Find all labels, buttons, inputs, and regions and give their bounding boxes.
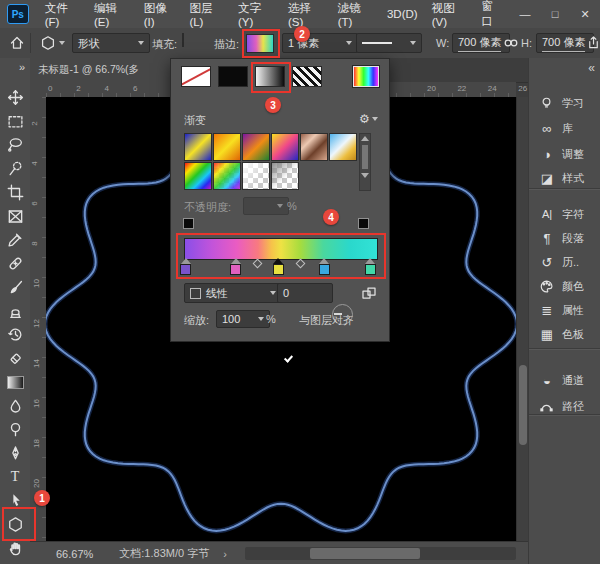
gradient-stop-selected[interactable] — [273, 258, 284, 275]
menu-view[interactable]: 视图(V) — [425, 1, 475, 28]
gradient-stop[interactable] — [230, 258, 241, 275]
panel-color[interactable]: 颜色 — [539, 276, 599, 296]
panel-styles[interactable]: ◪ 样式 — [539, 168, 599, 188]
minimize-button[interactable]: — — [510, 8, 540, 20]
fill-swatch[interactable] — [182, 33, 184, 47]
blur-tool[interactable] — [0, 394, 30, 418]
scroll-down-arrow[interactable] — [361, 173, 369, 178]
gradient-midpoint-diamond[interactable] — [295, 259, 305, 269]
gradient-preset[interactable] — [242, 162, 270, 190]
gradient-button[interactable] — [255, 66, 285, 87]
opacity-input[interactable] — [243, 197, 289, 215]
flip-orientation-icon[interactable] — [361, 285, 377, 301]
preset-scrollbar[interactable] — [359, 133, 371, 191]
close-button[interactable]: ✕ — [570, 8, 600, 21]
panel-swatches[interactable]: ▦ 色板 — [539, 324, 599, 344]
gradient-stop[interactable] — [319, 258, 330, 275]
panel-adjustments[interactable]: ◑ 调整 — [539, 144, 599, 164]
zoom-level[interactable]: 66.67% — [56, 548, 93, 560]
gradient-preset[interactable] — [213, 133, 241, 161]
polygon-shape-tool[interactable] — [0, 512, 30, 536]
expand-panel-chevron[interactable]: » — [0, 58, 30, 76]
gradient-preset[interactable] — [184, 133, 212, 161]
eyedropper-tool[interactable] — [0, 227, 30, 251]
dodge-tool[interactable] — [0, 417, 30, 441]
crop-tool[interactable] — [0, 180, 30, 204]
pen-tool[interactable] — [0, 441, 30, 465]
menu-type[interactable]: 文字(Y) — [231, 1, 281, 28]
menu-window[interactable]: 窗口 — [474, 0, 510, 29]
gradient-style-select[interactable]: 线性 — [184, 283, 282, 303]
gradient-midpoint-diamond[interactable] — [253, 259, 263, 269]
align-with-layer-label: 与图层对齐 — [299, 313, 354, 328]
history-brush-tool[interactable] — [0, 322, 30, 346]
menu-image[interactable]: 图像(I) — [137, 1, 183, 28]
marquee-tool[interactable] — [0, 109, 30, 133]
preset-scrollbar-thumb[interactable] — [362, 145, 368, 169]
opacity-stop-right[interactable] — [358, 218, 369, 229]
gradient-preset[interactable] — [271, 162, 299, 190]
move-tool[interactable] — [0, 85, 30, 109]
current-tool-icon[interactable] — [40, 35, 65, 51]
panel-menu[interactable]: ⚙ — [359, 112, 378, 126]
home-icon[interactable] — [9, 35, 25, 51]
collapse-dock-chevron[interactable]: « — [588, 61, 595, 75]
gradient-preset[interactable] — [329, 133, 357, 161]
menu-layer[interactable]: 图层(L) — [182, 1, 231, 28]
healing-brush-tool[interactable] — [0, 251, 30, 275]
gradient-stop[interactable] — [180, 258, 191, 275]
ruler-number: 26 — [518, 84, 527, 93]
clone-stamp-tool[interactable] — [0, 299, 30, 323]
gradient-preset[interactable] — [184, 162, 212, 190]
pattern-button[interactable] — [292, 66, 322, 87]
solid-color-button[interactable] — [218, 66, 248, 87]
panel-character[interactable]: A| 字符 — [539, 204, 599, 224]
panel-properties[interactable]: ≣ 属性 — [539, 300, 599, 320]
panel-channels[interactable]: ◒ 通道 — [539, 370, 599, 390]
scale-input[interactable]: 100 — [216, 310, 270, 328]
brush-tool[interactable] — [0, 275, 30, 299]
gradient-tool[interactable] — [0, 370, 30, 394]
menu-filter[interactable]: 滤镜(T) — [331, 1, 380, 28]
menu-select[interactable]: 选择(S) — [281, 1, 331, 28]
stroke-type-select[interactable] — [356, 33, 422, 53]
gradient-preset[interactable] — [300, 133, 328, 161]
panel-paragraph[interactable]: ¶ 段落 — [539, 228, 599, 248]
link-dimensions-icon[interactable] — [504, 38, 518, 48]
lasso-tool[interactable] — [0, 132, 30, 156]
menu-3d[interactable]: 3D(D) — [380, 8, 425, 20]
quick-selection-tool[interactable] — [0, 156, 30, 180]
horizontal-scrollbar-thumb[interactable] — [310, 548, 420, 559]
menu-edit[interactable]: 编辑(E) — [87, 1, 137, 28]
menu-file[interactable]: 文件(F) — [38, 1, 87, 28]
scroll-up-arrow[interactable] — [361, 136, 369, 141]
eraser-tool[interactable] — [0, 346, 30, 370]
frame-tool[interactable] — [0, 204, 30, 228]
maximize-button[interactable]: □ — [540, 8, 570, 20]
panel-history[interactable]: ↺ 历.. — [539, 252, 599, 272]
horizontal-scrollbar[interactable] — [245, 547, 516, 560]
gradient-editor-bar[interactable] — [184, 238, 378, 260]
gradient-preset[interactable] — [271, 133, 299, 161]
panel-learn[interactable]: 学习 — [539, 93, 599, 113]
no-color-button[interactable] — [181, 66, 211, 87]
type-tool[interactable]: T — [0, 465, 30, 489]
gradient-preset[interactable] — [242, 133, 270, 161]
color-picker-button[interactable] — [353, 66, 379, 87]
gradient-preset[interactable] — [213, 162, 241, 190]
angle-input[interactable]: 0 — [277, 283, 333, 303]
status-expand-arrow[interactable]: › — [223, 548, 227, 560]
path-selection-tool[interactable] — [0, 488, 30, 512]
hand-tool[interactable] — [0, 536, 30, 560]
vertical-scrollbar-thumb[interactable] — [519, 365, 527, 445]
dock-divider — [529, 188, 600, 189]
width-input[interactable]: 700 像素 — [452, 33, 510, 53]
status-bar: 66.67% 文档:1.83M/0 字节 › — [30, 541, 528, 564]
opacity-stop-left[interactable] — [183, 218, 194, 229]
export-icon[interactable] — [586, 35, 600, 50]
tool-mode-select[interactable]: 形状 — [72, 33, 150, 53]
panel-paths[interactable]: 路径 — [539, 396, 599, 416]
panel-libraries[interactable]: ∞ 库 — [539, 118, 599, 138]
gradient-stop[interactable] — [365, 258, 376, 275]
stroke-swatch[interactable] — [246, 34, 274, 53]
